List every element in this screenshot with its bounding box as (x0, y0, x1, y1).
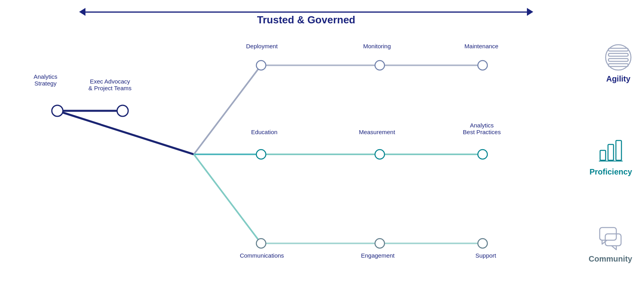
diagram-svg (0, 0, 644, 296)
svg-point-19 (256, 239, 266, 248)
community-panel: Community (589, 224, 632, 264)
svg-point-16 (256, 150, 266, 159)
svg-point-12 (117, 105, 128, 116)
education-label: Education (241, 129, 288, 135)
svg-line-2 (194, 65, 261, 154)
proficiency-label: Proficiency (589, 167, 632, 176)
proficiency-panel: Proficiency (589, 137, 632, 176)
agility-label: Agility (606, 74, 630, 83)
analytics-strategy-label: AnalyticsStrategy (22, 73, 69, 87)
support-label: Support (462, 252, 510, 259)
svg-point-11 (52, 105, 63, 116)
svg-line-0 (57, 111, 194, 154)
measurement-label: Measurement (353, 129, 401, 135)
exec-advocacy-label: Exec Advocacy& Project Teams (82, 78, 138, 91)
svg-line-8 (194, 154, 261, 243)
svg-rect-22 (608, 48, 628, 51)
monitoring-label: Monitoring (353, 43, 401, 49)
community-icon (597, 224, 624, 251)
agility-panel: Agility (604, 44, 632, 83)
svg-rect-25 (608, 64, 628, 66)
main-container: Trusted & Governed (0, 0, 644, 296)
svg-rect-28 (608, 144, 614, 160)
svg-rect-23 (608, 53, 628, 56)
agility-icon (604, 44, 632, 71)
svg-point-20 (375, 239, 385, 248)
proficiency-icon (597, 137, 625, 164)
svg-rect-29 (616, 140, 621, 160)
maintenance-label: Maintenance (458, 43, 505, 49)
svg-point-17 (375, 150, 385, 159)
svg-point-18 (478, 150, 487, 159)
communications-label: Communications (234, 252, 290, 259)
analytics-bp-label: AnalyticsBest Practices (454, 122, 510, 135)
svg-point-15 (478, 61, 487, 70)
svg-rect-27 (600, 150, 606, 160)
community-label: Community (589, 254, 632, 264)
svg-point-21 (478, 239, 487, 248)
svg-point-13 (256, 61, 266, 70)
svg-point-14 (375, 61, 385, 70)
svg-rect-24 (608, 59, 628, 61)
engagement-label: Engagement (354, 252, 402, 259)
deployment-label: Deployment (238, 43, 286, 49)
